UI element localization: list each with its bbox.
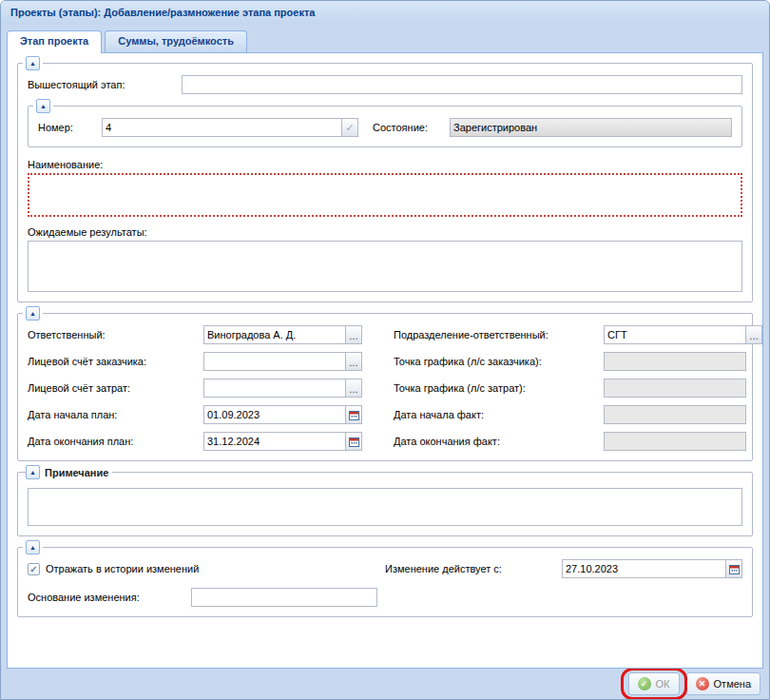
calendar-icon[interactable] <box>726 559 742 578</box>
dialog-window: Проекты (этапы): Добавление/размножение … <box>0 0 770 700</box>
department-combo[interactable] <box>604 325 746 344</box>
date-end-fact-label: Дата окончания факт: <box>394 436 604 447</box>
fieldset-note: ▲ Примечание <box>17 472 753 536</box>
customer-account-combo[interactable] <box>203 352 346 371</box>
collapse-up-icon[interactable]: ▲ <box>26 56 40 70</box>
cost-account-label: Лицевой счёт затрат: <box>28 382 203 394</box>
collapse-up-icon[interactable]: ▲ <box>26 306 40 321</box>
ellipsis-picker-icon[interactable]: … <box>346 352 362 371</box>
fieldset-history: ▲ ✓ Отражать в истории изменений Изменен… <box>17 547 753 617</box>
number-label: Номер: <box>38 122 102 133</box>
cost-account-combo[interactable] <box>203 379 346 398</box>
calendar-icon[interactable] <box>346 432 362 451</box>
form-panel: ▲ Вышестоящий этап: ▲ Номер: ✓ Состояние… <box>7 52 763 669</box>
name-textarea[interactable] <box>28 173 742 217</box>
collapse-up-icon[interactable]: ▲ <box>26 540 40 554</box>
date-end-plan-input[interactable] <box>203 432 346 451</box>
change-date-input[interactable] <box>562 559 726 578</box>
tab-sums-labor[interactable]: Суммы, трудоёмкость <box>105 30 247 52</box>
customer-schedule-point-field <box>604 352 746 371</box>
number-input[interactable] <box>102 118 342 137</box>
date-start-plan-label: Дата начала план: <box>28 409 203 420</box>
change-date-label: Изменение действует с: <box>385 563 562 574</box>
date-start-plan-input[interactable] <box>203 405 346 424</box>
collapse-up-icon[interactable]: ▲ <box>26 465 40 479</box>
change-reason-input[interactable] <box>191 588 377 607</box>
customer-account-label: Лицевой счёт заказчика: <box>28 356 203 367</box>
calendar-icon[interactable] <box>346 405 362 424</box>
cancel-button[interactable]: ✕ Отмена <box>686 672 760 695</box>
cancel-button-label: Отмена <box>714 678 751 690</box>
change-reason-label: Основание изменения: <box>28 592 191 603</box>
tab-bar: Этап проекта Суммы, трудоёмкость <box>7 25 763 52</box>
window-title: Проекты (этапы): Добавление/размножение … <box>1 1 769 25</box>
fieldset-main: ▲ Вышестоящий этап: ▲ Номер: ✓ Состояние… <box>17 63 753 302</box>
collapse-up-icon[interactable]: ▲ <box>36 99 50 113</box>
date-start-fact-field <box>604 405 746 424</box>
parent-stage-input[interactable] <box>182 75 742 94</box>
history-checkbox[interactable]: ✓ <box>28 563 40 575</box>
expected-results-textarea[interactable] <box>28 241 742 292</box>
history-checkbox-label: Отражать в истории изменений <box>46 563 199 574</box>
ok-button-label: ОК <box>656 678 670 690</box>
responsible-combo[interactable] <box>203 325 346 344</box>
fieldset-number-state: ▲ Номер: ✓ Состояние: <box>28 106 742 147</box>
ellipsis-picker-icon[interactable]: … <box>746 325 762 344</box>
state-readonly-field <box>450 118 732 137</box>
date-end-fact-field <box>604 432 746 451</box>
ok-check-icon: ✓ <box>638 677 651 690</box>
footer-toolbar: ✓ ОК ✕ Отмена <box>1 669 769 699</box>
customer-schedule-point-label: Точка графика (л/с заказчика): <box>394 356 604 367</box>
ellipsis-picker-icon[interactable]: … <box>346 325 362 344</box>
fieldset-details: ▲ Ответственный: … Подразделение-ответст… <box>17 313 753 461</box>
parent-stage-label: Вышестоящий этап: <box>28 79 182 90</box>
date-end-plan-label: Дата окончания план: <box>28 436 203 447</box>
state-label: Состояние: <box>373 122 450 133</box>
ok-button[interactable]: ✓ ОК <box>628 672 680 695</box>
name-label: Наименование: <box>28 159 742 170</box>
cost-schedule-point-field <box>604 379 746 398</box>
ellipsis-picker-icon[interactable]: … <box>346 379 362 398</box>
validate-check-icon[interactable]: ✓ <box>342 118 358 137</box>
cost-schedule-point-label: Точка графика (л/с затрат): <box>394 382 604 394</box>
department-label: Подразделение-ответственный: <box>394 329 604 340</box>
expected-results-label: Ожидаемые результаты: <box>28 226 742 238</box>
responsible-label: Ответственный: <box>28 329 203 340</box>
cancel-x-icon: ✕ <box>696 677 709 690</box>
date-start-fact-label: Дата начала факт: <box>394 409 604 420</box>
tab-project-stage[interactable]: Этап проекта <box>7 30 102 53</box>
note-legend: Примечание <box>45 467 108 478</box>
note-textarea[interactable] <box>28 488 742 526</box>
